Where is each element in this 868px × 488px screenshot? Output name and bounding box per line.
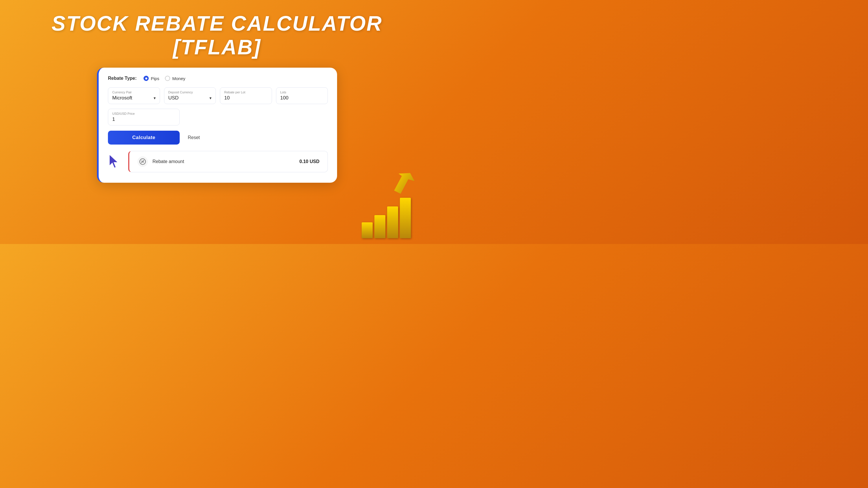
rebate-amount-value: 0.10 USD [300, 159, 319, 164]
radio-money[interactable]: Money [165, 76, 185, 81]
radio-group: Pips Money [144, 76, 185, 81]
deposit-currency-select: USD ▾ [168, 95, 212, 101]
gold-chart-decoration [362, 198, 411, 238]
lots-value: 100 [280, 95, 288, 101]
currency-pair-field[interactable]: Currency Pair Microsoft ▾ [108, 87, 160, 104]
rebate-amount-icon: % [137, 156, 148, 167]
gold-bar-1 [362, 222, 373, 238]
radio-money-label: Money [172, 76, 185, 81]
currency-pair-value: Microsoft [112, 95, 132, 101]
deposit-currency-field[interactable]: Deposit Currency USD ▾ [164, 87, 216, 104]
radio-pips[interactable]: Pips [144, 76, 159, 81]
gold-bar-2 [374, 215, 385, 238]
rebate-amount-label: Rebate amount [153, 159, 295, 164]
rebate-per-lot-field[interactable]: Rebate per Lot 10 [220, 87, 272, 104]
radio-pips-circle [144, 76, 149, 81]
rebate-per-lot-label: Rebate per Lot [224, 91, 268, 94]
gold-arrow-icon [387, 171, 417, 201]
actions-row: Calculate Reset [108, 131, 328, 144]
svg-marker-0 [110, 154, 118, 168]
deposit-currency-value: USD [168, 95, 179, 101]
lots-label: Lots [280, 91, 324, 94]
currency-pair-select: Microsoft ▾ [112, 95, 156, 101]
calculate-button[interactable]: Calculate [108, 131, 180, 144]
gold-bar-4 [400, 198, 411, 238]
calculator-card: Rebate Type: Pips Money Currency Pair Mi… [97, 68, 337, 183]
result-box: % Rebate amount 0.10 USD [128, 151, 328, 172]
rebate-type-label: Rebate Type: [108, 76, 136, 81]
currency-pair-chevron-icon: ▾ [154, 96, 156, 100]
rebate-type-row: Rebate Type: Pips Money [108, 76, 328, 81]
price-value: 1 [112, 117, 115, 122]
reset-button[interactable]: Reset [188, 135, 200, 140]
deposit-currency-chevron-icon: ▾ [210, 96, 212, 100]
gold-bar-3 [387, 206, 398, 238]
radio-money-circle [165, 76, 170, 81]
svg-marker-4 [392, 171, 416, 195]
cursor-arrow [108, 153, 122, 170]
page-title: STOCK REBATE CALCULATOR [TFLAB] [0, 0, 434, 68]
price-label: USD/USD Price [112, 112, 175, 116]
currency-pair-label: Currency Pair [112, 91, 156, 94]
fields-row: Currency Pair Microsoft ▾ Deposit Curren… [108, 87, 328, 104]
price-field[interactable]: USD/USD Price 1 [108, 109, 180, 126]
deposit-currency-label: Deposit Currency [168, 91, 212, 94]
rebate-per-lot-value: 10 [224, 95, 230, 101]
price-row: USD/USD Price 1 [108, 109, 328, 126]
radio-pips-label: Pips [151, 76, 159, 81]
result-row: % Rebate amount 0.10 USD [108, 151, 328, 172]
lots-field[interactable]: Lots 100 [276, 87, 328, 104]
